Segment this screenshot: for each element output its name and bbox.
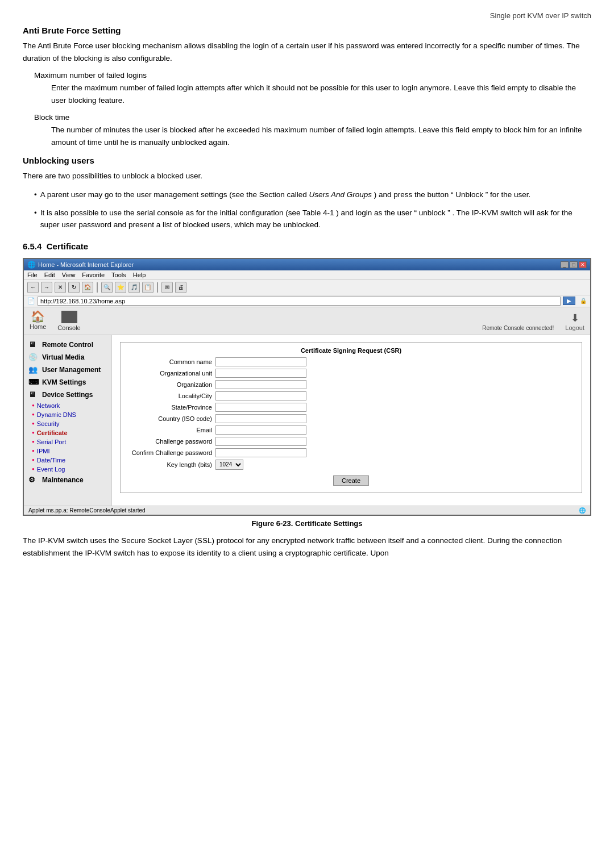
menu-tools[interactable]: Tools [111, 272, 126, 278]
sidebar-item-dynamic-dns[interactable]: ● Dynamic DNS [28, 410, 111, 419]
max-failed-logins-title: Maximum number of failed logins [34, 71, 591, 80]
max-failed-logins-body: Enter the maximum number of failed login… [51, 82, 591, 106]
maximize-button[interactable]: □ [570, 261, 578, 268]
csr-label-org-unit: Organizational unit [127, 370, 215, 377]
csr-title: Certificate Signing Request (CSR) [127, 347, 575, 354]
sidebar-kvm-settings-label: KVM Settings [42, 378, 86, 386]
sidebar-network-label: Network [37, 402, 60, 409]
bullet-dot-1: • [34, 189, 37, 201]
close-button[interactable]: ✕ [579, 261, 587, 268]
menu-view[interactable]: View [62, 272, 76, 278]
csr-input-org[interactable] [215, 380, 306, 389]
sidebar-maintenance[interactable]: ⚙ Maintenance [24, 474, 111, 486]
refresh-button[interactable]: ↻ [68, 282, 80, 293]
history-button[interactable]: 📋 [142, 282, 154, 293]
minimize-button[interactable]: _ [561, 261, 569, 268]
address-bar-row: 📄 ▶ 🔒 [24, 295, 590, 307]
menu-file[interactable]: File [27, 272, 38, 278]
mail-button[interactable]: ✉ [161, 282, 173, 293]
csr-input-challenge-pwd[interactable] [215, 437, 306, 446]
bullet-item-1: • A parent user may go to the user manag… [34, 189, 591, 201]
main-panel: Certificate Signing Request (CSR) Common… [112, 335, 590, 506]
media-button[interactable]: 🎵 [128, 282, 140, 293]
csr-select-key-length[interactable]: 1024 2048 [215, 460, 243, 470]
bullet-list: • A parent user may go to the user manag… [34, 189, 591, 231]
home-nav-icon: 🏠 [31, 311, 45, 322]
back-button[interactable]: ← [27, 282, 39, 293]
sidebar-item-datetime[interactable]: ● Date/Time [28, 456, 111, 465]
sidebar-remote-control[interactable]: 🖥 Remote Control [24, 339, 111, 351]
go-button[interactable]: ▶ [563, 297, 575, 305]
block-time-title: Block time [34, 113, 591, 122]
csr-input-common-name[interactable] [215, 357, 306, 366]
ipmi-dot-icon: ● [32, 448, 35, 453]
menu-favorite[interactable]: Favorite [82, 272, 105, 278]
browser-menu-bar: File Edit View Favorite Tools Help [24, 270, 590, 280]
bullet-text-1: A parent user may go to the user managem… [40, 189, 530, 201]
bullet-text-2: It is also possible to use the serial co… [40, 207, 591, 231]
remote-connected-text: Remote Console connected! [482, 325, 554, 331]
sidebar-security-label: Security [37, 420, 60, 427]
sidebar-kvm-settings[interactable]: ⌨ KVM Settings [24, 376, 111, 389]
nav-console[interactable]: Console [57, 311, 80, 331]
logout-button[interactable]: ⬇ Logout [565, 312, 584, 331]
block-time-section: Block time The number of minutes the use… [34, 113, 591, 148]
csr-label-common-name: Common name [127, 358, 215, 365]
csr-input-confirm-pwd[interactable] [215, 448, 306, 457]
csr-row-common-name: Common name [127, 357, 575, 366]
maintenance-icon: ⚙ [28, 475, 40, 485]
favorites-button[interactable]: ⭐ [115, 282, 126, 293]
address-input[interactable] [38, 297, 561, 306]
browser-title-bar: 🌐 Home - Microsoft Internet Explorer _ □… [24, 259, 590, 270]
user-management-icon: 👥 [28, 365, 40, 374]
csr-input-locality[interactable] [215, 391, 306, 400]
csr-input-state[interactable] [215, 403, 306, 412]
sidebar-dynamic-dns-label: Dynamic DNS [37, 411, 76, 418]
sidebar-item-ipmi[interactable]: ● IPMI [28, 446, 111, 456]
security-dot-icon: ● [32, 421, 35, 426]
page-header-right: Single port KVM over IP switch [23, 11, 591, 20]
app-body: 🖥 Remote Control 💿 Virtual Media 👥 User … [24, 335, 590, 506]
csr-input-org-unit[interactable] [215, 369, 306, 378]
sidebar-maintenance-label: Maintenance [42, 476, 84, 484]
sidebar-item-network[interactable]: ● Network [28, 401, 111, 410]
menu-help[interactable]: Help [133, 272, 146, 278]
csr-input-country[interactable] [215, 414, 306, 423]
secure-icon: 🔒 [580, 298, 587, 304]
sidebar-device-settings[interactable]: 🖥 Device Settings [24, 389, 111, 401]
nav-console-label: Console [57, 324, 80, 331]
csr-row-key-length: Key length (bits) 1024 2048 [127, 460, 575, 470]
figure-caption: Figure 6-23. Certificate Settings [23, 519, 591, 528]
logout-icon: ⬇ [571, 312, 579, 324]
network-dot-icon: ● [32, 403, 35, 408]
print-button[interactable]: 🖨 [175, 282, 186, 293]
sidebar-user-management[interactable]: 👥 User Management [24, 364, 111, 376]
sidebar-ipmi-label: IPMI [37, 448, 50, 454]
search-button[interactable]: 🔍 [101, 282, 113, 293]
address-label: 📄 [27, 297, 35, 304]
menu-edit[interactable]: Edit [44, 272, 55, 278]
csr-form: Common name Organizational unit Organiza… [127, 357, 575, 486]
sidebar-virtual-media[interactable]: 💿 Virtual Media [24, 351, 111, 364]
csr-input-email[interactable] [215, 425, 306, 435]
sidebar-item-serial-port[interactable]: ● Serial Port [28, 437, 111, 446]
browser-title-text: Home - Microsoft Internet Explorer [38, 261, 134, 268]
csr-row-org-unit: Organizational unit [127, 369, 575, 378]
forward-button[interactable]: → [41, 282, 52, 293]
browser-window-controls[interactable]: _ □ ✕ [561, 261, 587, 268]
section-654: 6.5.4 Certificate [23, 241, 591, 251]
sidebar-item-security[interactable]: ● Security [28, 419, 111, 428]
sidebar-item-certificate[interactable]: ● Certificate [28, 428, 111, 437]
sidebar-item-event-log[interactable]: ● Event Log [28, 465, 111, 474]
status-bar-text: Applet ms.pp.a: RemoteConsoleApplet star… [28, 507, 146, 514]
home-button[interactable]: 🏠 [82, 282, 93, 293]
anti-brute-force-title: Anti Brute Force Setting [23, 26, 591, 35]
csr-label-key-length: Key length (bits) [127, 461, 215, 468]
csr-label-confirm-pwd: Confirm Challenge password [127, 449, 215, 456]
csr-row-email: Email [127, 425, 575, 435]
toolbar-divider2 [157, 282, 158, 293]
create-button[interactable]: Create [333, 475, 369, 486]
nav-home[interactable]: 🏠 Home [30, 311, 46, 331]
dynamic-dns-dot-icon: ● [32, 412, 35, 417]
stop-button[interactable]: ✕ [55, 282, 66, 293]
